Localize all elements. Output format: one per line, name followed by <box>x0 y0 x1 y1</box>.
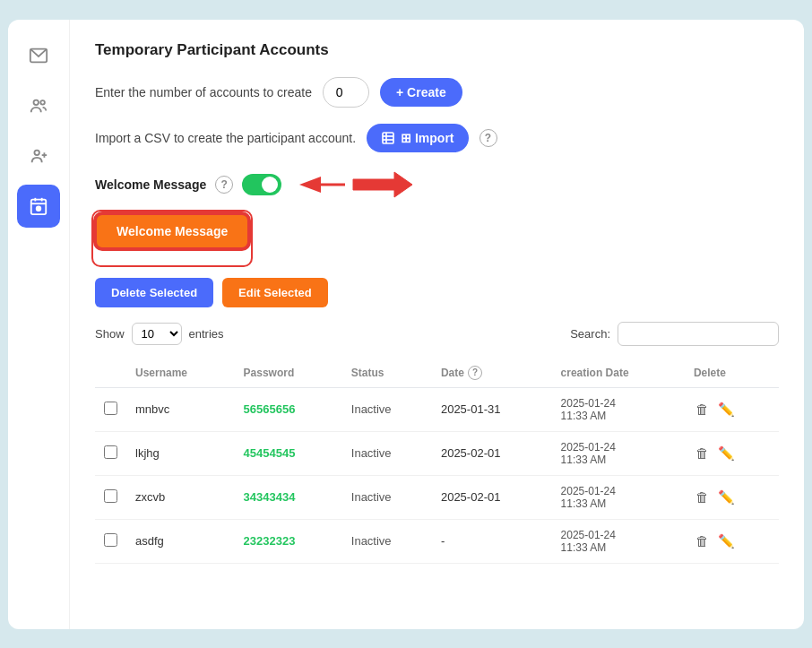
row-checkbox-cell <box>95 519 126 563</box>
add-user-icon <box>29 146 48 166</box>
action-buttons-row: Delete Selected Edit Selected <box>95 278 779 307</box>
mail-icon <box>29 46 48 65</box>
participants-icon <box>29 96 48 116</box>
sidebar-item-mail[interactable] <box>17 34 60 77</box>
entries-label: entries <box>189 327 224 341</box>
row-status: Inactive <box>342 475 432 519</box>
th-username: Username <box>126 359 235 388</box>
row-username: lkjhg <box>126 431 235 475</box>
delete-row-button[interactable]: 🗑 <box>694 444 711 462</box>
th-creation-date: creation Date <box>552 359 685 388</box>
row-actions: 🗑 ✏️ <box>685 431 779 475</box>
show-label: Show <box>95 327 125 341</box>
row-date: 2025-02-01 <box>432 475 552 519</box>
import-csv-label: Import a CSV to create the participant a… <box>95 131 356 145</box>
edit-row-button[interactable]: ✏️ <box>716 444 737 463</box>
svg-point-3 <box>34 150 39 155</box>
row-checkbox-cell <box>95 387 126 431</box>
edit-row-button[interactable]: ✏️ <box>716 488 737 507</box>
svg-rect-11 <box>383 133 393 143</box>
row-checkbox[interactable] <box>104 402 117 415</box>
welcome-message-row: Welcome Message ? <box>95 168 779 201</box>
row-creation-date: 2025-01-2411:33 AM <box>552 387 685 431</box>
welcome-help-icon[interactable]: ? <box>215 176 233 194</box>
schedule-icon <box>29 196 48 216</box>
row-status: Inactive <box>342 431 432 475</box>
row-checkbox-cell <box>95 431 126 475</box>
delete-row-button[interactable]: 🗑 <box>694 400 711 419</box>
welcome-button-outline-wrap: Welcome Message <box>95 213 249 264</box>
welcome-message-button[interactable]: Welcome Message <box>95 213 249 249</box>
table-row: asdfg 23232323 Inactive - 2025-01-2411:3… <box>95 519 779 563</box>
row-status: Inactive <box>342 519 432 563</box>
entries-select[interactable]: 10 25 50 100 <box>132 323 182 345</box>
row-checkbox[interactable] <box>104 489 117 503</box>
import-button-label: ⊞ Import <box>401 131 454 145</box>
row-checkbox[interactable] <box>104 533 117 547</box>
row-checkbox-cell <box>95 475 126 519</box>
row-status: Inactive <box>342 387 432 431</box>
row-date: 2025-01-31 <box>432 387 552 431</box>
welcome-button-wrap: Welcome Message <box>95 213 779 264</box>
row-actions: 🗑 ✏️ <box>685 519 779 563</box>
table-body: mnbvc 56565656 Inactive 2025-01-31 2025-… <box>95 387 779 563</box>
th-date: Date ? <box>432 359 552 388</box>
svg-marker-18 <box>353 172 412 197</box>
edit-row-button[interactable]: ✏️ <box>716 531 737 551</box>
delete-selected-button[interactable]: Delete Selected <box>95 278 213 307</box>
row-password: 45454545 <box>235 431 342 475</box>
edit-row-button[interactable]: ✏️ <box>716 400 737 419</box>
sidebar-item-add-user[interactable] <box>17 134 60 177</box>
main-content: Temporary Participant Accounts Enter the… <box>69 20 804 629</box>
welcome-message-label: Welcome Message <box>95 177 206 192</box>
row-password: 56565656 <box>235 387 342 431</box>
import-csv-row: Import a CSV to create the participant a… <box>95 124 779 152</box>
sidebar-item-participants[interactable] <box>17 84 60 127</box>
row-actions: 🗑 ✏️ <box>685 475 779 519</box>
row-creation-date: 2025-01-2411:33 AM <box>552 519 685 563</box>
table-row: lkjhg 45454545 Inactive 2025-02-01 2025-… <box>95 431 779 475</box>
svg-point-10 <box>37 206 41 211</box>
row-password: 23232323 <box>235 519 342 563</box>
date-help-icon[interactable]: ? <box>468 366 482 380</box>
row-password: 34343434 <box>235 475 342 519</box>
svg-point-2 <box>40 100 45 105</box>
page-title: Temporary Participant Accounts <box>95 41 779 59</box>
welcome-toggle[interactable] <box>242 174 281 195</box>
th-checkbox <box>95 359 126 388</box>
arrow-annotation-wrap <box>296 168 412 201</box>
accounts-count-input[interactable] <box>323 77 369 108</box>
th-date-label: Date <box>441 367 464 379</box>
row-date: 2025-02-01 <box>432 431 552 475</box>
red-arrow-icon <box>296 171 350 198</box>
table-header-row: Username Password Status Date ? creation… <box>95 359 779 388</box>
import-icon <box>381 131 395 145</box>
toggle-slider <box>242 174 281 195</box>
import-button[interactable]: ⊞ Import <box>367 124 468 152</box>
row-creation-date: 2025-01-2411:33 AM <box>552 431 685 475</box>
th-password: Password <box>235 359 342 388</box>
svg-point-1 <box>34 99 39 105</box>
import-help-icon[interactable]: ? <box>479 129 497 147</box>
delete-row-button[interactable]: 🗑 <box>694 488 711 506</box>
table-row: mnbvc 56565656 Inactive 2025-01-31 2025-… <box>95 387 779 431</box>
participants-table: Username Password Status Date ? creation… <box>95 359 779 564</box>
row-username: asdfg <box>126 519 235 563</box>
row-checkbox[interactable] <box>104 445 117 459</box>
create-accounts-row: Enter the number of accounts to create +… <box>95 77 779 108</box>
search-area: Search: <box>570 322 779 346</box>
sidebar-item-schedule[interactable] <box>17 185 60 228</box>
delete-row-button[interactable]: 🗑 <box>694 531 711 550</box>
row-actions: 🗑 ✏️ <box>685 387 779 431</box>
create-button[interactable]: + Create <box>380 78 462 107</box>
sidebar <box>8 20 69 629</box>
hollow-red-arrow-icon <box>350 168 412 201</box>
create-accounts-label: Enter the number of accounts to create <box>95 85 312 99</box>
edit-selected-button[interactable]: Edit Selected <box>222 278 328 307</box>
th-delete: Delete <box>685 359 779 388</box>
search-input[interactable] <box>618 322 779 346</box>
row-username: zxcvb <box>126 475 235 519</box>
search-label: Search: <box>570 327 610 341</box>
row-date: - <box>432 519 552 563</box>
row-creation-date: 2025-01-2411:33 AM <box>552 475 685 519</box>
